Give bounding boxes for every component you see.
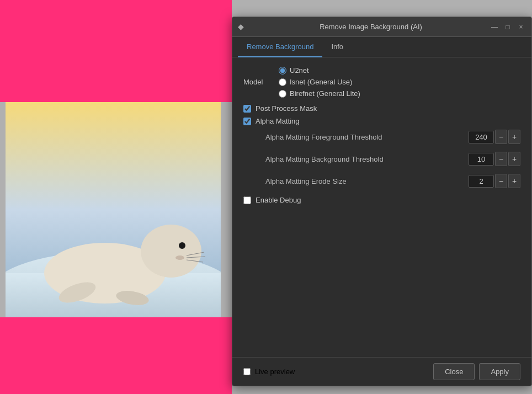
model-isnet-radio[interactable] — [279, 78, 286, 86]
model-section: Model U2net Isnet (General Use) Birefnet… — [243, 66, 520, 98]
svg-point-6 — [175, 255, 184, 260]
close-button[interactable]: Close — [433, 363, 475, 380]
close-window-button[interactable]: × — [516, 22, 526, 32]
model-row: Model U2net Isnet (General Use) Birefnet… — [243, 66, 520, 98]
model-birefnet[interactable]: Birefnet (General Lite) — [279, 89, 360, 98]
background-threshold-label: Alpha Matting Background Threshold — [265, 155, 469, 163]
live-preview-label: Live preview — [255, 368, 295, 376]
canvas-bottom-bg — [0, 317, 232, 394]
canvas-image — [6, 102, 221, 317]
erode-size-increment[interactable]: + — [508, 174, 520, 188]
erode-size-decrement[interactable]: − — [495, 174, 507, 188]
erode-size-row: Alpha Matting Erode Size − + — [243, 174, 520, 188]
model-u2net-label: U2net — [290, 66, 309, 74]
canvas-top-bg — [0, 0, 232, 102]
background-threshold-input[interactable] — [469, 153, 494, 166]
background-threshold-decrement[interactable]: − — [495, 152, 507, 166]
enable-debug-label: Enable Debug — [256, 196, 301, 204]
apply-button[interactable]: Apply — [479, 363, 520, 380]
enable-debug-checkbox[interactable] — [243, 196, 251, 204]
dialog-content: Model U2net Isnet (General Use) Birefnet… — [232, 57, 531, 357]
model-birefnet-label: Birefnet (General Lite) — [290, 89, 360, 98]
post-process-mask-label: Post Process Mask — [256, 104, 317, 113]
foreground-threshold-decrement[interactable]: − — [495, 130, 507, 144]
foreground-threshold-label: Alpha Matting Foreground Threshold — [265, 133, 469, 141]
model-isnet[interactable]: Isnet (General Use) — [279, 78, 360, 86]
model-isnet-label: Isnet (General Use) — [290, 78, 352, 86]
tab-bar: Remove Background Info — [232, 37, 531, 57]
alpha-matting-checkbox[interactable] — [243, 118, 251, 125]
erode-size-control: − + — [469, 174, 520, 188]
maximize-button[interactable]: □ — [503, 22, 513, 32]
window-controls: — □ × — [490, 22, 526, 32]
foreground-threshold-input[interactable] — [469, 131, 494, 143]
model-birefnet-radio[interactable] — [279, 90, 286, 98]
svg-point-4 — [141, 225, 201, 278]
minimize-button[interactable]: — — [490, 22, 499, 32]
background-threshold-control: − + — [469, 152, 520, 166]
alpha-matting-label: Alpha Matting — [256, 117, 300, 125]
post-process-mask-checkbox[interactable] — [243, 105, 251, 113]
post-process-mask-row[interactable]: Post Process Mask — [243, 104, 520, 113]
tab-remove-background[interactable]: Remove Background — [238, 37, 322, 57]
live-preview-checkbox[interactable] — [243, 368, 251, 375]
dialog-footer: Live preview Close Apply — [232, 357, 531, 386]
canvas-area — [0, 0, 232, 394]
background-threshold-row: Alpha Matting Background Threshold − + — [243, 152, 520, 166]
dialog: ◆ Remove Image Background (AI) — □ × Rem… — [232, 17, 532, 386]
foreground-threshold-control: − + — [469, 130, 520, 144]
dialog-title: Remove Image Background (AI) — [252, 23, 490, 31]
footer-buttons: Close Apply — [433, 363, 520, 380]
app-icon: ◆ — [238, 22, 248, 32]
erode-size-input[interactable] — [469, 175, 494, 188]
model-u2net-radio[interactable] — [279, 67, 286, 74]
enable-debug-row[interactable]: Enable Debug — [243, 196, 520, 204]
live-preview-row[interactable]: Live preview — [243, 368, 433, 376]
erode-size-label: Alpha Matting Erode Size — [265, 177, 469, 185]
foreground-threshold-row: Alpha Matting Foreground Threshold − + — [243, 130, 520, 144]
alpha-matting-row[interactable]: Alpha Matting — [243, 117, 520, 125]
model-u2net[interactable]: U2net — [279, 66, 360, 74]
tab-info[interactable]: Info — [322, 37, 352, 57]
foreground-threshold-increment[interactable]: + — [508, 130, 520, 144]
model-label: Model — [243, 78, 276, 86]
model-radio-group: U2net Isnet (General Use) Birefnet (Gene… — [279, 66, 360, 98]
background-threshold-increment[interactable]: + — [508, 152, 520, 166]
title-bar: ◆ Remove Image Background (AI) — □ × — [232, 17, 531, 37]
svg-point-5 — [179, 242, 185, 249]
